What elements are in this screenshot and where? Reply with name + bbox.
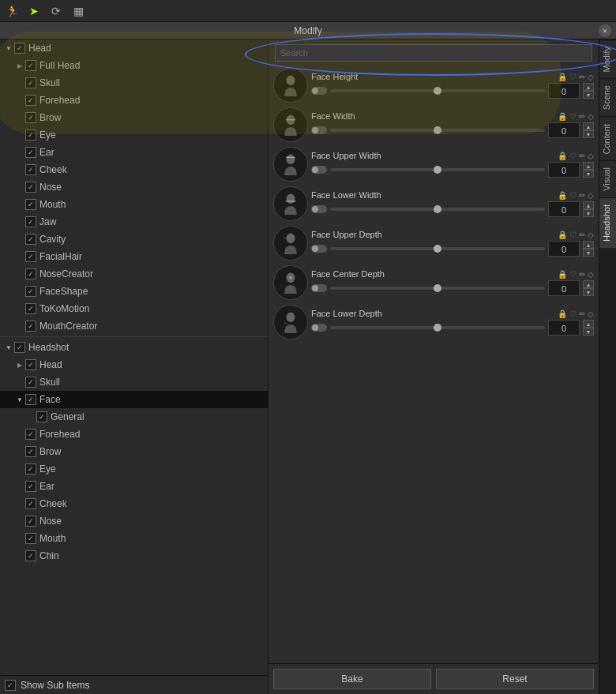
bake-button[interactable]: Bake <box>273 669 431 689</box>
tree-item-nose-hs[interactable]: ▶ Nose <box>0 512 268 530</box>
tab-headshot[interactable]: Headshot <box>599 197 616 248</box>
lock-icon[interactable]: 🔒 <box>558 152 567 160</box>
tree-item-cavity-1[interactable]: ▶ Cavity <box>0 231 268 248</box>
diamond-icon[interactable]: ◇ <box>588 112 594 121</box>
decrement-button[interactable]: ▼ <box>583 328 594 336</box>
increment-button[interactable]: ▲ <box>583 241 594 249</box>
heart-icon[interactable]: ♡ <box>569 309 577 318</box>
tree-checkbox[interactable] <box>25 286 36 297</box>
tree-checkbox[interactable] <box>25 446 36 457</box>
tree-checkbox[interactable] <box>25 182 36 193</box>
tree-checkbox[interactable] <box>25 251 36 262</box>
tree-checkbox[interactable] <box>25 481 36 492</box>
slider-thumb[interactable] <box>434 87 441 95</box>
increment-button[interactable]: ▲ <box>583 280 594 288</box>
tab-visual[interactable]: Visual <box>599 160 616 197</box>
tree-item-mouth-1[interactable]: ▶ Mouth <box>0 196 268 213</box>
tree-checkbox[interactable] <box>25 377 36 388</box>
tab-modify[interactable]: Modify <box>599 39 616 78</box>
decrement-button[interactable]: ▼ <box>583 130 594 138</box>
decrement-button[interactable]: ▼ <box>583 249 594 257</box>
arrow-icon[interactable]: ➤ <box>25 2 43 20</box>
heart-icon[interactable]: ♡ <box>569 270 577 279</box>
tree-checkbox[interactable] <box>25 321 36 332</box>
tree-checkbox[interactable] <box>25 112 36 123</box>
tree-item-skull-1[interactable]: ▶ Skull <box>0 74 268 92</box>
heart-icon[interactable]: ♡ <box>569 73 577 81</box>
tree-checkbox[interactable] <box>25 516 36 527</box>
tree-item-eye-1[interactable]: ▶ Eye <box>0 126 268 144</box>
slider-track[interactable] <box>330 89 545 92</box>
edit-icon[interactable]: ✏ <box>579 152 585 160</box>
increment-button[interactable]: ▲ <box>583 162 594 170</box>
slider-track[interactable] <box>330 326 545 329</box>
tree-item-general-hs[interactable]: ▶ General <box>0 408 268 426</box>
heart-icon[interactable]: ♡ <box>569 191 577 200</box>
tree-checkbox[interactable] <box>25 303 36 314</box>
lock-icon[interactable]: 🔒 <box>558 270 567 279</box>
show-sub-items-checkbox[interactable] <box>5 680 16 691</box>
grid-icon[interactable]: ▦ <box>69 2 87 20</box>
slider-thumb[interactable] <box>434 126 441 134</box>
decrement-button[interactable]: ▼ <box>583 170 594 178</box>
mini-toggle[interactable] <box>311 284 327 292</box>
lock-icon[interactable]: 🔒 <box>558 231 567 239</box>
mini-toggle[interactable] <box>311 87 327 95</box>
diamond-icon[interactable]: ◇ <box>588 152 594 160</box>
close-button[interactable]: × <box>599 24 611 37</box>
lock-icon[interactable]: 🔒 <box>558 112 567 121</box>
tree-item-tokomotion[interactable]: ▶ ToKoMotion <box>0 300 268 317</box>
tree-item-brow-1[interactable]: ▶ Brow <box>0 109 268 126</box>
tree-item-mouth-hs[interactable]: ▶ Mouth <box>0 530 268 547</box>
tree-item-facialhair[interactable]: ▶ FacialHair <box>0 248 268 265</box>
tree-item-cheek-1[interactable]: ▶ Cheek <box>0 161 268 178</box>
diamond-icon[interactable]: ◇ <box>588 231 594 239</box>
tree-checkbox[interactable] <box>25 60 36 71</box>
tree-checkbox[interactable] <box>25 95 36 106</box>
tree-checkbox[interactable] <box>14 43 25 54</box>
tree-item-chin-hs[interactable]: ▶ Chin <box>0 547 268 565</box>
mini-toggle[interactable] <box>311 205 327 213</box>
tree-item-head-hs[interactable]: ▶ Head <box>0 356 268 373</box>
slider-track[interactable] <box>330 287 545 290</box>
tab-content[interactable]: Content <box>599 117 616 161</box>
mini-toggle[interactable] <box>311 166 327 174</box>
mini-toggle[interactable] <box>311 324 327 332</box>
tree-item-full-head[interactable]: ▶ Full Head <box>0 57 268 74</box>
slider-track[interactable] <box>330 129 545 132</box>
decrement-button[interactable]: ▼ <box>583 91 594 99</box>
tree-item-skull-hs[interactable]: ▶ Skull <box>0 373 268 391</box>
heart-icon[interactable]: ♡ <box>569 152 577 160</box>
tree-checkbox[interactable] <box>25 463 36 475</box>
tree-item-nose-1[interactable]: ▶ Nose <box>0 178 268 196</box>
increment-button[interactable]: ▲ <box>583 320 594 328</box>
edit-icon[interactable]: ✏ <box>579 112 585 121</box>
tree-checkbox[interactable] <box>25 147 36 158</box>
decrement-button[interactable]: ▼ <box>583 209 594 217</box>
tree-checkbox[interactable] <box>25 268 36 279</box>
tree-checkbox[interactable] <box>25 199 36 210</box>
tree-item-head-group[interactable]: ▼ Head <box>0 39 268 57</box>
tree-checkbox[interactable] <box>25 216 36 227</box>
heart-icon[interactable]: ♡ <box>569 112 577 121</box>
cycle-icon[interactable]: ⟳ <box>47 2 65 20</box>
slider-track[interactable] <box>330 168 545 171</box>
tree-item-eye-hs[interactable]: ▶ Eye <box>0 460 268 478</box>
search-input[interactable] <box>275 44 592 62</box>
diamond-icon[interactable]: ◇ <box>588 73 594 81</box>
edit-icon[interactable]: ✏ <box>579 231 585 239</box>
tree-checkbox[interactable] <box>14 342 25 353</box>
tree-item-forehead-hs[interactable]: ▶ Forehead <box>0 426 268 443</box>
tree-checkbox[interactable] <box>25 234 36 245</box>
tree-item-brow-hs[interactable]: ▶ Brow <box>0 443 268 460</box>
slider-track[interactable] <box>330 208 545 211</box>
mini-toggle[interactable] <box>311 245 327 253</box>
tree-item-ear-hs[interactable]: ▶ Ear <box>0 478 268 495</box>
tree-item-nosecreator[interactable]: ▶ NoseCreator <box>0 265 268 283</box>
slider-thumb[interactable] <box>434 324 441 332</box>
slider-thumb[interactable] <box>434 205 441 213</box>
reset-button[interactable]: Reset <box>436 669 594 689</box>
diamond-icon[interactable]: ◇ <box>588 309 594 318</box>
diamond-icon[interactable]: ◇ <box>588 191 594 200</box>
tree-checkbox[interactable] <box>25 129 36 141</box>
